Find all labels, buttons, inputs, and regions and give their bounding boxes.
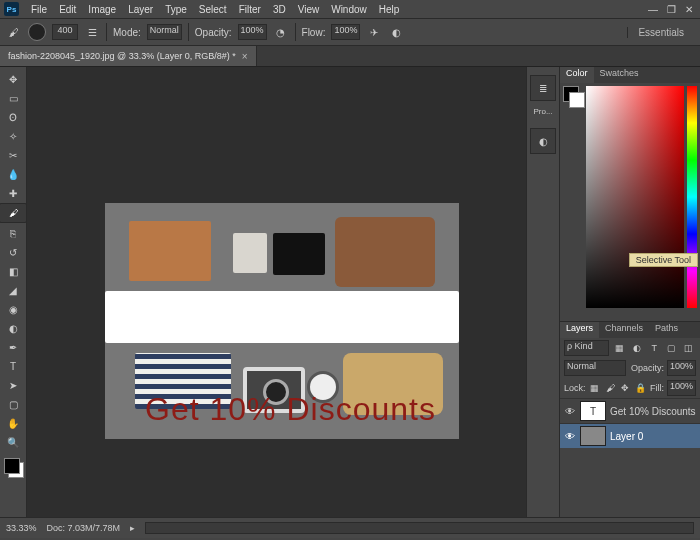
eyedropper-tool[interactable]: 💧 (2, 165, 24, 183)
zoom-readout[interactable]: 33.33% (6, 523, 37, 533)
visibility-icon[interactable]: 👁 (564, 431, 576, 442)
document-tab-title: fashion-2208045_1920.jpg @ 33.3% (Layer … (8, 51, 236, 61)
canvas-text-layer[interactable]: Get 10% Discounts (145, 391, 436, 428)
path-select-tool[interactable]: ➤ (2, 376, 24, 394)
selective-tool-tooltip: Selective Tool (629, 253, 698, 267)
artboard[interactable]: Get 10% Discounts (105, 203, 459, 439)
move-tool[interactable]: ✥ (2, 70, 24, 88)
close-button[interactable]: ✕ (682, 3, 696, 15)
history-brush-tool[interactable]: ↺ (2, 243, 24, 261)
tab-swatches[interactable]: Swatches (594, 67, 645, 83)
zoom-tool[interactable]: 🔍 (2, 433, 24, 451)
layer-thumbnail[interactable] (580, 426, 606, 446)
tab-color[interactable]: Color (560, 67, 594, 83)
dodge-tool[interactable]: ◐ (2, 319, 24, 337)
tab-paths[interactable]: Paths (649, 322, 684, 338)
adjustments-panel-icon[interactable]: ◐ (530, 128, 556, 154)
layer-filter-select[interactable]: ρ Kind (564, 340, 609, 356)
filter-adjust-icon[interactable]: ◐ (630, 340, 644, 356)
fill-field[interactable]: 100% (667, 380, 696, 396)
layer-opacity-label: Opacity: (631, 363, 664, 373)
color-panel-tabs: Color Swatches (560, 67, 700, 83)
type-tool[interactable]: T (2, 357, 24, 375)
menu-type[interactable]: Type (159, 4, 193, 15)
blend-mode-select[interactable]: Normal (147, 24, 182, 40)
tools-panel: ✥▭ʘ✧✂💧✚🖌⎘↺◧◢◉◐✒T➤▢✋🔍 (0, 67, 27, 517)
close-icon[interactable]: × (242, 51, 248, 62)
chevron-right-icon[interactable]: ▸ (130, 523, 135, 533)
pen-tool[interactable]: ✒ (2, 338, 24, 356)
flow-label: Flow: (302, 27, 326, 38)
magic-wand-tool[interactable]: ✧ (2, 127, 24, 145)
lasso-tool[interactable]: ʘ (2, 108, 24, 126)
menu-view[interactable]: View (292, 4, 326, 15)
eraser-tool[interactable]: ◧ (2, 262, 24, 280)
menu-help[interactable]: Help (373, 4, 406, 15)
fg-bg-swatch[interactable] (563, 86, 583, 318)
gradient-tool[interactable]: ◢ (2, 281, 24, 299)
brush-tool[interactable]: 🖌 (0, 203, 27, 223)
canvas-object (129, 221, 211, 281)
menu-file[interactable]: File (25, 4, 53, 15)
layer-row[interactable]: 👁TGet 10% Discounts (560, 398, 700, 423)
fill-label: Fill: (650, 383, 664, 393)
layer-thumbnail[interactable]: T (580, 401, 606, 421)
lock-pixels-icon[interactable]: 🖌 (604, 380, 616, 396)
layer-blend-select[interactable]: Normal (564, 360, 626, 376)
layer-row[interactable]: 👁Layer 0 (560, 423, 700, 448)
brush-preset-picker[interactable] (28, 23, 46, 41)
canvas-image: Get 10% Discounts (105, 203, 459, 439)
canvas-object (273, 233, 325, 275)
opacity-field[interactable]: 100% (238, 24, 267, 40)
marquee-tool[interactable]: ▭ (2, 89, 24, 107)
tab-channels[interactable]: Channels (599, 322, 649, 338)
brush-size-field[interactable]: 400 (52, 24, 78, 40)
layer-name[interactable]: Get 10% Discounts (610, 406, 696, 417)
lock-transparency-icon[interactable]: ▦ (589, 380, 601, 396)
flow-field[interactable]: 100% (331, 24, 360, 40)
hue-slider[interactable] (687, 86, 697, 308)
filter-smart-icon[interactable]: ◫ (682, 340, 696, 356)
lock-position-icon[interactable]: ✥ (619, 380, 631, 396)
blend-mode-label: Mode: (113, 27, 141, 38)
shape-tool[interactable]: ▢ (2, 395, 24, 413)
brush-panel-icon[interactable]: ☰ (84, 24, 100, 40)
menu-window[interactable]: Window (325, 4, 373, 15)
tab-layers[interactable]: Layers (560, 322, 599, 338)
menu-edit[interactable]: Edit (53, 4, 82, 15)
color-field[interactable] (586, 86, 684, 308)
layer-opacity-field[interactable]: 100% (667, 360, 696, 376)
document-tab[interactable]: fashion-2208045_1920.jpg @ 33.3% (Layer … (0, 46, 257, 66)
healing-brush-tool[interactable]: ✚ (2, 184, 24, 202)
pressure-size-icon[interactable]: ◐ (388, 24, 404, 40)
filter-pixel-icon[interactable]: ▦ (612, 340, 626, 356)
fg-bg-color-swatch[interactable] (2, 456, 24, 478)
minimize-button[interactable]: — (646, 3, 660, 15)
menu-select[interactable]: Select (193, 4, 233, 15)
airbrush-icon[interactable]: ✈ (366, 24, 382, 40)
restore-button[interactable]: ❐ (664, 3, 678, 15)
document-tabs: fashion-2208045_1920.jpg @ 33.3% (Layer … (0, 46, 700, 67)
menu-layer[interactable]: Layer (122, 4, 159, 15)
options-bar: 🖌 400 ☰ Mode: Normal Opacity: 100% ◔ Flo… (0, 19, 700, 46)
canvas-area[interactable]: Get 10% Discounts (27, 67, 526, 517)
crop-tool[interactable]: ✂ (2, 146, 24, 164)
workspace-switcher[interactable]: Essentials (627, 27, 694, 38)
menu-filter[interactable]: Filter (233, 4, 267, 15)
doc-size-readout[interactable]: Doc: 7.03M/7.78M (47, 523, 121, 533)
visibility-icon[interactable]: 👁 (564, 406, 576, 417)
clone-stamp-tool[interactable]: ⎘ (2, 224, 24, 242)
hand-tool[interactable]: ✋ (2, 414, 24, 432)
lock-all-icon[interactable]: 🔒 (635, 380, 647, 396)
properties-panel-icon[interactable]: ≣ (530, 75, 556, 101)
layer-name[interactable]: Layer 0 (610, 431, 643, 442)
lock-label: Lock: (564, 383, 586, 393)
filter-type-icon[interactable]: T (647, 340, 661, 356)
blur-tool[interactable]: ◉ (2, 300, 24, 318)
horizontal-scrollbar[interactable] (145, 522, 694, 534)
pressure-opacity-icon[interactable]: ◔ (273, 24, 289, 40)
canvas-object (335, 217, 435, 287)
menu-3d[interactable]: 3D (267, 4, 292, 15)
filter-shape-icon[interactable]: ▢ (664, 340, 678, 356)
menu-image[interactable]: Image (82, 4, 122, 15)
